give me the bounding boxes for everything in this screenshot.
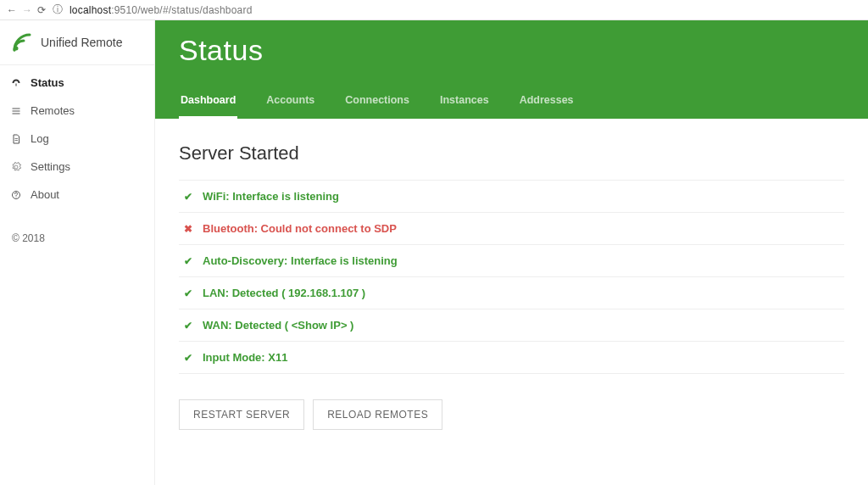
content: Server Started ✔ WiFi: Interface is list… [155,119,868,464]
sidebar-item-about[interactable]: About [0,181,154,209]
brand-logo-icon [12,32,32,53]
tab-addresses[interactable]: Addresses [518,86,576,119]
svg-point-7 [16,197,17,198]
url-port: :9510 [111,4,137,16]
info-icon[interactable]: ⓘ [53,3,63,17]
url-host: localhost [70,4,111,16]
sidebar-item-label: Status [31,76,64,89]
check-icon: ✔ [182,352,194,364]
reload-remotes-button[interactable]: RELOAD REMOTES [313,399,442,430]
sidebar-item-log[interactable]: Log [0,125,154,153]
status-item-autodiscovery: ✔ Auto-Discovery: Interface is listening [179,245,844,277]
check-icon: ✔ [182,287,194,299]
sidebar-item-settings[interactable]: Settings [0,153,154,181]
brand: Unified Remote [0,20,154,65]
file-icon [10,134,22,144]
check-icon: ✔ [182,255,194,267]
section-title: Server Started [179,142,844,164]
status-text: WAN: Detected ( <Show IP> ) [203,319,353,332]
question-icon [10,190,22,200]
restart-server-button[interactable]: RESTART SERVER [179,399,304,430]
svg-rect-2 [13,110,20,111]
svg-rect-1 [13,108,20,109]
browser-nav-icons: ← → ⟳ [7,4,46,16]
sidebar-item-label: Settings [31,160,70,173]
sidebar-item-status[interactable]: Status [0,69,154,97]
svg-rect-4 [15,138,19,139]
app-root: Unified Remote Status Remotes Log [0,20,868,485]
forward-icon[interactable]: → [22,4,32,16]
status-item-input-mode: ✔ Input Mode: X11 [179,342,844,374]
status-item-wan: ✔ WAN: Detected ( <Show IP> ) [179,309,844,342]
check-icon: ✔ [182,191,194,203]
sidebar-item-label: Log [31,132,49,145]
svg-point-0 [14,47,19,51]
header-tabs: Dashboard Accounts Connections Instances… [179,86,844,119]
status-item-bluetooth: ✖ Bluetooth: Could not connect to SDP [179,213,844,245]
status-list: ✔ WiFi: Interface is listening ✖ Bluetoo… [179,180,844,374]
sidebar: Unified Remote Status Remotes Log [0,20,155,485]
sidebar-item-label: About [31,188,59,201]
sidebar-nav: Status Remotes Log Settings [0,65,154,209]
status-text: Bluetooth: Could not connect to SDP [203,222,397,235]
tab-dashboard[interactable]: Dashboard [179,86,237,119]
main: Status Dashboard Accounts Connections In… [155,20,868,485]
tab-instances[interactable]: Instances [438,86,491,119]
status-text: Auto-Discovery: Interface is listening [203,254,398,267]
action-buttons: RESTART SERVER RELOAD REMOTES [179,399,844,430]
tab-connections[interactable]: Connections [343,86,411,119]
status-item-lan: ✔ LAN: Detected ( 192.168.1.107 ) [179,277,844,309]
page-title: Status [179,34,844,86]
sidebar-item-label: Remotes [31,104,75,117]
status-item-wifi: ✔ WiFi: Interface is listening [179,181,844,213]
dashboard-icon [10,78,22,88]
svg-rect-3 [13,113,20,114]
check-icon: ✔ [182,320,194,332]
browser-address-bar: ← → ⟳ ⓘ localhost:9510/web/#/status/dash… [0,0,868,20]
url-path: /web/#/status/dashboard [137,4,252,16]
reload-icon[interactable]: ⟳ [37,4,46,16]
page-header: Status Dashboard Accounts Connections In… [155,20,868,119]
back-icon[interactable]: ← [7,4,17,16]
url-text[interactable]: localhost:9510/web/#/status/dashboard [70,4,253,16]
status-text: LAN: Detected ( 192.168.1.107 ) [203,287,365,299]
list-icon [10,106,22,116]
tab-accounts[interactable]: Accounts [264,86,316,119]
status-text: WiFi: Interface is listening [203,190,339,203]
svg-rect-5 [15,140,19,141]
brand-title: Unified Remote [41,36,123,49]
sidebar-item-remotes[interactable]: Remotes [0,97,154,125]
cross-icon: ✖ [182,223,194,235]
sidebar-footer: © 2018 [0,224,154,253]
gear-icon [10,162,22,172]
status-text: Input Mode: X11 [203,351,287,364]
